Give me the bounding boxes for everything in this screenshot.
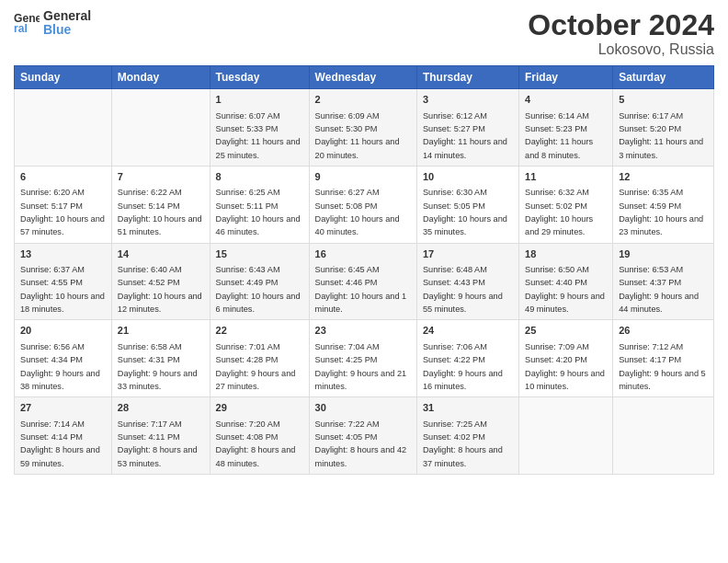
calendar-cell: 3Sunrise: 6:12 AMSunset: 5:27 PMDaylight… xyxy=(416,89,518,167)
day-info: Sunrise: 6:53 AMSunset: 4:37 PMDaylight:… xyxy=(619,265,699,314)
day-info: Sunrise: 7:06 AMSunset: 4:22 PMDaylight:… xyxy=(423,342,503,391)
day-number: 5 xyxy=(619,93,708,107)
day-info: Sunrise: 7:04 AMSunset: 4:25 PMDaylight:… xyxy=(315,342,407,391)
day-info: Sunrise: 6:37 AMSunset: 4:55 PMDaylight:… xyxy=(20,265,105,314)
col-tuesday: Tuesday xyxy=(210,66,309,89)
calendar-cell xyxy=(15,89,112,167)
calendar-table: Sunday Monday Tuesday Wednesday Thursday… xyxy=(14,65,714,475)
calendar-cell: 24Sunrise: 7:06 AMSunset: 4:22 PMDayligh… xyxy=(416,320,518,397)
col-sunday: Sunday xyxy=(15,66,112,89)
page-header: Gene ral General Blue October 2024 Lokos… xyxy=(14,9,714,58)
month-title: October 2024 xyxy=(528,9,714,41)
day-info: Sunrise: 7:09 AMSunset: 4:20 PMDaylight:… xyxy=(525,342,605,391)
calendar-cell: 26Sunrise: 7:12 AMSunset: 4:17 PMDayligh… xyxy=(613,320,714,397)
day-info: Sunrise: 7:22 AMSunset: 4:05 PMDaylight:… xyxy=(315,419,407,468)
day-number: 12 xyxy=(619,170,708,184)
day-info: Sunrise: 6:56 AMSunset: 4:34 PMDaylight:… xyxy=(20,342,100,391)
day-info: Sunrise: 7:25 AMSunset: 4:02 PMDaylight:… xyxy=(423,419,503,468)
calendar-cell: 11Sunrise: 6:32 AMSunset: 5:02 PMDayligh… xyxy=(519,166,613,243)
logo-icon: Gene ral xyxy=(14,10,40,36)
day-number: 15 xyxy=(216,247,303,261)
day-number: 31 xyxy=(423,401,513,415)
calendar-cell: 8Sunrise: 6:25 AMSunset: 5:11 PMDaylight… xyxy=(210,166,309,243)
day-number: 28 xyxy=(118,401,204,415)
day-info: Sunrise: 7:17 AMSunset: 4:11 PMDaylight:… xyxy=(118,419,198,468)
calendar-cell: 21Sunrise: 6:58 AMSunset: 4:31 PMDayligh… xyxy=(111,320,210,397)
day-info: Sunrise: 7:12 AMSunset: 4:17 PMDaylight:… xyxy=(619,342,706,391)
calendar-cell xyxy=(613,397,714,475)
day-number: 18 xyxy=(525,247,607,261)
logo-general: General xyxy=(43,8,91,23)
day-info: Sunrise: 6:17 AMSunset: 5:20 PMDaylight:… xyxy=(619,111,703,160)
day-info: Sunrise: 6:45 AMSunset: 4:46 PMDaylight:… xyxy=(315,265,407,314)
day-number: 10 xyxy=(423,170,513,184)
calendar-cell: 28Sunrise: 7:17 AMSunset: 4:11 PMDayligh… xyxy=(111,397,210,475)
calendar-cell: 10Sunrise: 6:30 AMSunset: 5:05 PMDayligh… xyxy=(416,166,518,243)
calendar-cell: 30Sunrise: 7:22 AMSunset: 4:05 PMDayligh… xyxy=(309,397,416,475)
day-number: 1 xyxy=(216,93,303,107)
day-info: Sunrise: 7:01 AMSunset: 4:28 PMDaylight:… xyxy=(216,342,296,391)
day-info: Sunrise: 6:27 AMSunset: 5:08 PMDaylight:… xyxy=(315,188,400,236)
calendar-cell: 14Sunrise: 6:40 AMSunset: 4:52 PMDayligh… xyxy=(111,243,210,320)
calendar-cell: 6Sunrise: 6:20 AMSunset: 5:17 PMDaylight… xyxy=(15,166,112,243)
calendar-cell: 22Sunrise: 7:01 AMSunset: 4:28 PMDayligh… xyxy=(210,320,309,397)
day-number: 16 xyxy=(315,247,411,261)
day-info: Sunrise: 6:22 AMSunset: 5:14 PMDaylight:… xyxy=(118,188,202,236)
col-saturday: Saturday xyxy=(613,66,714,89)
day-info: Sunrise: 6:40 AMSunset: 4:52 PMDaylight:… xyxy=(118,265,202,314)
calendar-cell: 4Sunrise: 6:14 AMSunset: 5:23 PMDaylight… xyxy=(519,89,613,167)
day-number: 17 xyxy=(423,247,513,261)
day-number: 11 xyxy=(525,170,607,184)
calendar-cell: 25Sunrise: 7:09 AMSunset: 4:20 PMDayligh… xyxy=(519,320,613,397)
calendar-cell: 13Sunrise: 6:37 AMSunset: 4:55 PMDayligh… xyxy=(15,243,112,320)
day-info: Sunrise: 7:20 AMSunset: 4:08 PMDaylight:… xyxy=(216,419,296,468)
calendar-cell xyxy=(519,397,613,475)
day-info: Sunrise: 6:35 AMSunset: 4:59 PMDaylight:… xyxy=(619,188,703,236)
day-info: Sunrise: 6:43 AMSunset: 4:49 PMDaylight:… xyxy=(216,265,301,314)
day-number: 29 xyxy=(216,401,303,415)
day-number: 20 xyxy=(20,324,106,338)
calendar-cell: 17Sunrise: 6:48 AMSunset: 4:43 PMDayligh… xyxy=(416,243,518,320)
day-number: 30 xyxy=(315,401,411,415)
calendar-cell: 27Sunrise: 7:14 AMSunset: 4:14 PMDayligh… xyxy=(15,397,112,475)
col-monday: Monday xyxy=(111,66,210,89)
day-info: Sunrise: 6:09 AMSunset: 5:30 PMDaylight:… xyxy=(315,111,400,160)
calendar-cell: 9Sunrise: 6:27 AMSunset: 5:08 PMDaylight… xyxy=(309,166,416,243)
col-friday: Friday xyxy=(519,66,613,89)
calendar-cell: 29Sunrise: 7:20 AMSunset: 4:08 PMDayligh… xyxy=(210,397,309,475)
calendar-cell: 1Sunrise: 6:07 AMSunset: 5:33 PMDaylight… xyxy=(210,89,309,167)
calendar-cell: 18Sunrise: 6:50 AMSunset: 4:40 PMDayligh… xyxy=(519,243,613,320)
calendar-cell: 5Sunrise: 6:17 AMSunset: 5:20 PMDaylight… xyxy=(613,89,714,167)
day-number: 22 xyxy=(216,324,303,338)
day-number: 8 xyxy=(216,170,303,184)
calendar-cell: 23Sunrise: 7:04 AMSunset: 4:25 PMDayligh… xyxy=(309,320,416,397)
col-wednesday: Wednesday xyxy=(309,66,416,89)
day-info: Sunrise: 6:32 AMSunset: 5:02 PMDaylight:… xyxy=(525,188,593,236)
calendar-cell: 31Sunrise: 7:25 AMSunset: 4:02 PMDayligh… xyxy=(416,397,518,475)
day-number: 3 xyxy=(423,93,513,107)
calendar-week-row: 13Sunrise: 6:37 AMSunset: 4:55 PMDayligh… xyxy=(15,243,714,320)
calendar-cell xyxy=(111,89,210,167)
calendar-cell: 20Sunrise: 6:56 AMSunset: 4:34 PMDayligh… xyxy=(15,320,112,397)
day-number: 6 xyxy=(20,170,106,184)
day-number: 21 xyxy=(118,324,204,338)
day-info: Sunrise: 7:14 AMSunset: 4:14 PMDaylight:… xyxy=(20,419,100,468)
day-number: 13 xyxy=(20,247,106,261)
calendar-cell: 15Sunrise: 6:43 AMSunset: 4:49 PMDayligh… xyxy=(210,243,309,320)
day-number: 23 xyxy=(315,324,411,338)
day-info: Sunrise: 6:50 AMSunset: 4:40 PMDaylight:… xyxy=(525,265,605,314)
day-info: Sunrise: 6:20 AMSunset: 5:17 PMDaylight:… xyxy=(20,188,105,236)
calendar-week-row: 1Sunrise: 6:07 AMSunset: 5:33 PMDaylight… xyxy=(15,89,714,167)
location: Lokosovo, Russia xyxy=(528,41,714,58)
day-info: Sunrise: 6:12 AMSunset: 5:27 PMDaylight:… xyxy=(423,111,507,160)
header-row: Sunday Monday Tuesday Wednesday Thursday… xyxy=(15,66,714,89)
day-number: 25 xyxy=(525,324,607,338)
calendar-week-row: 6Sunrise: 6:20 AMSunset: 5:17 PMDaylight… xyxy=(15,166,714,243)
calendar-cell: 2Sunrise: 6:09 AMSunset: 5:30 PMDaylight… xyxy=(309,89,416,167)
logo: Gene ral General Blue xyxy=(14,9,91,38)
calendar-cell: 7Sunrise: 6:22 AMSunset: 5:14 PMDaylight… xyxy=(111,166,210,243)
day-info: Sunrise: 6:25 AMSunset: 5:11 PMDaylight:… xyxy=(216,188,301,236)
day-number: 19 xyxy=(619,247,708,261)
day-info: Sunrise: 6:58 AMSunset: 4:31 PMDaylight:… xyxy=(118,342,198,391)
day-number: 9 xyxy=(315,170,411,184)
